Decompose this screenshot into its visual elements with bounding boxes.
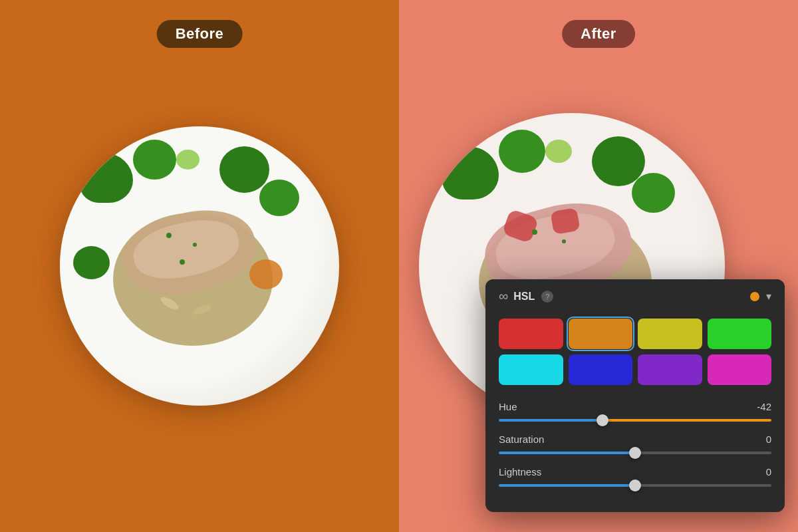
herb-after2 <box>562 239 566 243</box>
chevron-down-icon[interactable]: ▾ <box>766 290 771 303</box>
herb2 <box>193 243 197 247</box>
hue-slider-header: Hue -42 <box>499 401 771 412</box>
sliders-section: Hue -42 Saturation 0 L <box>485 396 785 512</box>
lightness-slider-track[interactable] <box>499 484 771 487</box>
hue-label: Hue <box>499 401 517 412</box>
hue-slider-row: Hue -42 <box>499 401 771 422</box>
orange-veg <box>249 259 283 289</box>
lightness-slider-row: Lightness 0 <box>499 466 771 487</box>
swatch-green[interactable] <box>708 319 772 349</box>
before-panel: Before <box>0 0 399 532</box>
herb3 <box>180 259 185 265</box>
hue-value: -42 <box>757 401 771 412</box>
panel-header: ∞ HSL ? ▾ <box>485 279 785 313</box>
before-plate <box>60 126 339 406</box>
saturation-slider-row: Saturation 0 <box>499 434 771 454</box>
after-label: After <box>562 20 635 48</box>
hue-slider-thumb[interactable] <box>597 414 608 426</box>
broccoli-after-4 <box>632 173 675 213</box>
panel-title: HSL <box>513 291 535 303</box>
swatch-cyan[interactable] <box>499 354 563 385</box>
broccoli-before-2 <box>133 140 176 180</box>
saturation-value: 0 <box>766 434 771 445</box>
saturation-slider-track[interactable] <box>499 452 771 454</box>
help-label: ? <box>545 293 549 301</box>
broccoli-before-1 <box>80 153 133 203</box>
lightness-slider-header: Lightness 0 <box>499 466 771 477</box>
panel-header-left: ∞ HSL ? <box>499 289 553 304</box>
saturation-slider-header: Saturation 0 <box>499 434 771 445</box>
saturation-label: Saturation <box>499 434 544 445</box>
infinity-icon: ∞ <box>499 289 507 304</box>
broccoli-after-2 <box>499 130 545 173</box>
main-container: Before After <box>0 0 798 532</box>
broccoli-before-3 <box>219 146 269 193</box>
broccoli-before-4 <box>259 180 299 216</box>
accent-before <box>176 150 200 170</box>
broccoli-after-1 <box>442 146 499 200</box>
broccoli-before-5 <box>73 246 110 279</box>
swatch-blue[interactable] <box>569 354 633 385</box>
orange-dot <box>750 292 759 301</box>
swatches-grid <box>485 313 785 396</box>
help-icon[interactable]: ? <box>541 291 553 303</box>
lightness-label: Lightness <box>499 466 541 477</box>
hue-slider-track[interactable] <box>499 419 771 422</box>
swatch-orange[interactable] <box>569 319 633 349</box>
swatch-purple[interactable] <box>638 354 702 385</box>
lightness-slider-thumb[interactable] <box>629 479 641 491</box>
saturation-slider-thumb[interactable] <box>629 447 641 459</box>
accent-after <box>545 140 572 163</box>
swatch-red[interactable] <box>499 319 563 349</box>
herb1 <box>166 233 172 238</box>
hsl-panel: ∞ HSL ? ▾ <box>485 279 785 512</box>
swatch-magenta[interactable] <box>708 354 772 385</box>
panel-header-right: ▾ <box>750 290 771 303</box>
herb-after1 <box>532 229 537 235</box>
swatch-yellow[interactable] <box>638 319 702 349</box>
before-label: Before <box>157 20 243 48</box>
lightness-value: 0 <box>766 466 771 477</box>
